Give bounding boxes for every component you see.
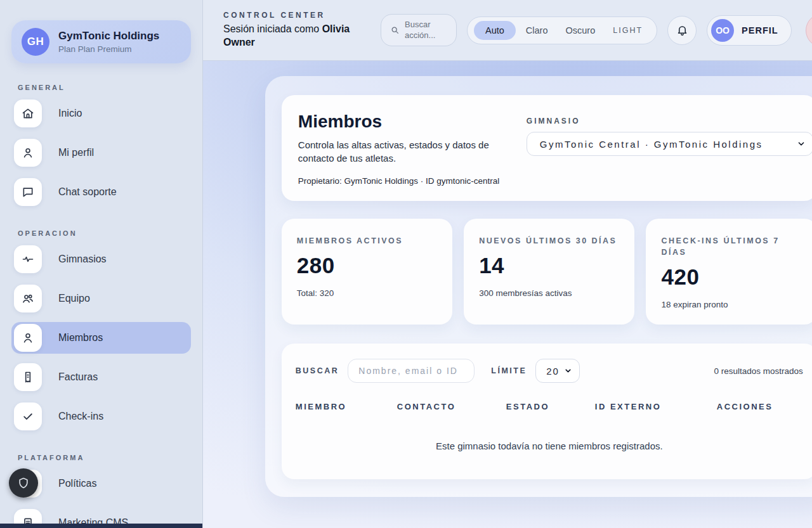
page-title: Miembros	[298, 112, 508, 132]
profile-label: PERFIL	[742, 25, 778, 35]
theme-mode-tag: LIGHT	[605, 22, 650, 39]
search-icon	[391, 26, 399, 34]
theme-option-oscuro[interactable]: Oscuro	[558, 21, 603, 40]
stat-subtext: 18 expiran pronto	[661, 300, 801, 309]
user-icon	[14, 139, 42, 167]
sidebar-item-gimnasios[interactable]: Gimnasios	[11, 243, 191, 275]
invoice-icon	[14, 363, 42, 391]
sidebar-item-inicio[interactable]: Inicio	[11, 98, 191, 129]
empty-state-message: Este gimnasio todavía no tiene miembros …	[296, 441, 803, 451]
member-search-input[interactable]	[348, 359, 475, 383]
notifications-button[interactable]	[667, 16, 697, 45]
member-icon	[14, 324, 42, 352]
gym-select[interactable]: GymTonic Central · GymTonic Holdings	[527, 132, 812, 156]
stat-subtext: 300 membresías activas	[479, 288, 619, 298]
sidebar-item-label: Miembros	[58, 332, 103, 344]
shield-icon	[14, 470, 42, 498]
sidebar-item-facturas[interactable]: Facturas	[11, 361, 191, 393]
table-header-row: MIEMBRO CONTACTO ESTADO ID EXTERNO ACCIO…	[296, 402, 803, 411]
sidebar-item-label: Inicio	[58, 108, 82, 119]
table-toolbar: BUSCAR LÍMITE 20 0 resultados mostrados	[296, 359, 803, 383]
stat-label: NUEVOS ÚLTIMOS 30 DÍAS	[479, 235, 619, 247]
results-count: 0 resultados mostrados	[714, 366, 802, 376]
topbar: CONTROL CENTER Sesión iniciada como Oliv…	[203, 0, 812, 61]
sidebar-item-politicas[interactable]: Políticas	[11, 468, 191, 499]
action-search-label: Buscar acción...	[405, 20, 447, 41]
sidebar-item-miembros[interactable]: Miembros	[11, 322, 191, 354]
sidebar-item-label: Chat soporte	[58, 186, 117, 198]
members-hero-card: Miembros Controla las altas activas, est…	[282, 95, 812, 201]
limit-label: LÍMITE	[491, 366, 527, 375]
sidebar-item-label: Gimnasios	[58, 254, 107, 265]
cursor-overlay	[9, 468, 38, 498]
stat-label: MIEMBROS ACTIVOS	[297, 235, 437, 247]
column-header-acciones: ACCIONES	[717, 402, 803, 411]
sidebar-item-label: Check-ins	[58, 411, 103, 422]
sidebar-item-label: Políticas	[58, 478, 96, 489]
column-header-miembro: MIEMBRO	[296, 402, 397, 411]
sidebar-item-equipo[interactable]: Equipo	[11, 283, 191, 314]
sidebar-item-mi-perfil[interactable]: Mi perfil	[11, 137, 191, 169]
members-table-card: BUSCAR LÍMITE 20 0 resultados mostrados	[282, 344, 812, 479]
sidebar-item-label: Facturas	[58, 371, 98, 383]
logout-button[interactable]: CERRAR SESIÓN	[806, 13, 812, 48]
action-search-button[interactable]: Buscar acción...	[381, 14, 457, 47]
bell-icon	[676, 24, 688, 36]
owner-line: Propietario: GymTonic Holdings · ID gymt…	[298, 176, 508, 186]
sidebar: GH GymTonic Holdings Plan Plan Premium G…	[0, 0, 203, 528]
stat-value: 420	[661, 264, 801, 290]
activity-icon	[14, 245, 42, 273]
section-label-plataforma: PLATAFORMA	[18, 454, 187, 461]
stat-card-new-members: NUEVOS ÚLTIMOS 30 DÍAS 14 300 membresías…	[464, 219, 634, 325]
team-icon	[14, 285, 42, 312]
profile-button[interactable]: OO PERFIL	[707, 15, 792, 46]
stat-subtext: Total: 320	[297, 288, 437, 298]
search-label: BUSCAR	[296, 366, 339, 375]
brand-card[interactable]: GH GymTonic Holdings Plan Plan Premium	[11, 20, 191, 63]
sidebar-item-check-ins[interactable]: Check-ins	[11, 401, 191, 432]
theme-option-auto[interactable]: Auto	[474, 21, 516, 40]
stat-label: CHECK-INS ÚLTIMOS 7 DÍAS	[661, 235, 801, 258]
sidebar-item-chat-soporte[interactable]: Chat soporte	[11, 176, 191, 208]
theme-toggle: Auto Claro Oscuro LIGHT	[467, 16, 657, 44]
column-header-estado: ESTADO	[506, 402, 595, 411]
sidebar-item-label: Mi perfil	[58, 147, 94, 158]
brand-plan: Plan Plan Premium	[58, 44, 159, 54]
main-area: CONTROL CENTER Sesión iniciada como Oliv…	[203, 0, 812, 528]
gym-select-label: GIMNASIO	[527, 117, 812, 126]
stats-row: MIEMBROS ACTIVOS 280 Total: 320 NUEVOS Ú…	[282, 219, 812, 325]
session-line: Sesión iniciada como Olivia Owner	[223, 23, 370, 49]
home-icon	[14, 100, 42, 127]
brand-avatar: GH	[22, 28, 49, 56]
section-label-general: GENERAL	[18, 84, 187, 91]
theme-option-claro[interactable]: Claro	[518, 21, 556, 40]
sidebar-bottom-bar	[0, 524, 202, 528]
check-icon	[14, 402, 42, 430]
stat-card-checkins: CHECK-INS ÚLTIMOS 7 DÍAS 420 18 expiran …	[646, 219, 812, 325]
stat-card-active-members: MIEMBROS ACTIVOS 280 Total: 320	[282, 219, 452, 325]
stat-value: 280	[297, 253, 437, 278]
limit-select[interactable]: 20	[535, 359, 580, 383]
sidebar-item-label: Equipo	[58, 293, 90, 304]
page-description: Controla las altas activas, estados y da…	[298, 138, 508, 165]
profile-avatar: OO	[711, 19, 734, 42]
page-container-card: Miembros Controla las altas activas, est…	[265, 76, 812, 497]
content: Miembros Controla las altas activas, est…	[203, 61, 812, 528]
column-header-id-externo: ID EXTERNO	[595, 402, 717, 411]
chat-icon	[14, 178, 42, 206]
control-center-eyebrow: CONTROL CENTER	[223, 11, 370, 20]
section-label-operacion: OPERACION	[18, 229, 187, 237]
stat-value: 14	[479, 253, 619, 278]
brand-name: GymTonic Holdings	[58, 30, 159, 42]
column-header-contacto: CONTACTO	[397, 402, 506, 411]
